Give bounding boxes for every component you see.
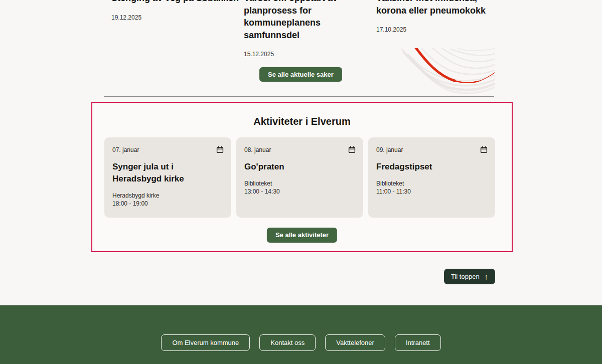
event-date: 07. januar: [112, 146, 139, 153]
news-date: 15.12.2025: [244, 51, 364, 58]
event-time: 18:00 - 19:00: [112, 200, 224, 208]
event-location: Biblioteket: [376, 179, 488, 188]
calendar-icon: [348, 146, 356, 153]
activities-card-row: 07. januar Synger jula ut i Heradsbygd k…: [104, 137, 495, 218]
event-title[interactable]: Synger jula ut i Heradsbygd kirke: [112, 161, 224, 185]
news-title[interactable]: Stenging av veg på Søbakken: [111, 0, 232, 5]
news-item[interactable]: Stenging av veg på Søbakken 19.12.2025: [111, 0, 232, 58]
event-location: Biblioteket: [244, 179, 356, 188]
see-all-news-button[interactable]: Se alle aktuelle saker: [259, 67, 342, 82]
arrow-up-icon: ↑: [485, 272, 489, 281]
event-date: 08. januar: [244, 146, 271, 153]
see-all-activities-button[interactable]: Se alle aktiviteter: [267, 228, 337, 243]
event-card-header: 09. januar: [376, 146, 488, 153]
activities-heading: Aktiviteter i Elverum: [92, 116, 512, 127]
calendar-icon: [480, 146, 488, 153]
event-card-header: 08. januar: [244, 146, 356, 153]
event-title[interactable]: Fredagstipset: [376, 161, 488, 173]
footer-link-kontakt-oss[interactable]: Kontakt oss: [259, 334, 316, 351]
event-time: 11:00 - 11:30: [376, 188, 488, 196]
news-date: 19.12.2025: [111, 14, 232, 21]
news-title[interactable]: Varsel om oppstart av planprosess for ko…: [244, 0, 364, 41]
event-date: 09. januar: [376, 146, 403, 153]
decorative-swoosh-graphic: [401, 48, 495, 95]
footer-link-om-elverum-kommune[interactable]: Om Elverum kommune: [161, 334, 250, 351]
news-date: 17.10.2025: [376, 26, 497, 33]
activities-section: Aktiviteter i Elverum 07. januar Synger …: [91, 102, 513, 252]
event-card[interactable]: 07. januar Synger jula ut i Heradsbygd k…: [104, 137, 231, 218]
footer-link-vakttelefoner[interactable]: Vakttelefoner: [325, 334, 385, 351]
event-card[interactable]: 08. januar Go'praten Biblioteket 13:00 -…: [236, 137, 363, 218]
to-top-button[interactable]: Til toppen ↑: [444, 269, 495, 284]
event-card-header: 07. januar: [112, 146, 224, 153]
event-time: 13:00 - 14:30: [244, 188, 356, 196]
footer-link-intranett[interactable]: Intranett: [395, 334, 441, 351]
news-title[interactable]: Vaksiner mot influensa, korona eller pne…: [376, 0, 497, 17]
event-location: Heradsbygd kirke: [112, 192, 224, 200]
footer-links: Om Elverum kommune Kontakt oss Vakttelef…: [0, 305, 602, 351]
to-top-label: Til toppen: [451, 273, 480, 280]
calendar-icon: [216, 146, 224, 153]
event-title[interactable]: Go'praten: [244, 161, 356, 173]
footer: Om Elverum kommune Kontakt oss Vakttelef…: [0, 305, 602, 364]
news-item[interactable]: Varsel om oppstart av planprosess for ko…: [244, 0, 364, 58]
section-divider: [104, 96, 494, 97]
event-card[interactable]: 09. januar Fredagstipset Biblioteket 11:…: [368, 137, 495, 218]
